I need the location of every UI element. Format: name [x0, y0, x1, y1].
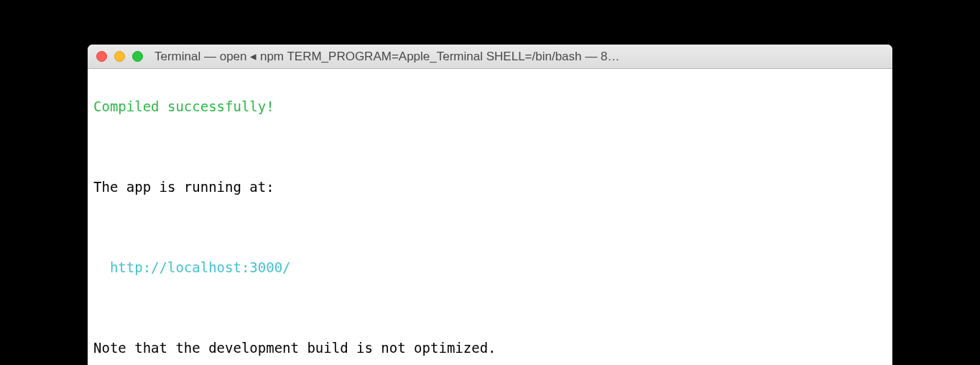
blank-line: [93, 137, 887, 157]
traffic-lights: [96, 51, 143, 62]
running-at-label: The app is running at:: [93, 177, 887, 197]
title-bar[interactable]: Terminal — open ◂ npm TERM_PROGRAM=Apple…: [88, 45, 892, 69]
blank-line: [93, 217, 887, 237]
terminal-output[interactable]: Compiled successfully! The app is runnin…: [88, 69, 892, 365]
minimize-button[interactable]: [114, 51, 125, 62]
close-button[interactable]: [96, 51, 107, 62]
zoom-button[interactable]: [132, 51, 143, 62]
compiled-status: Compiled successfully!: [93, 96, 887, 116]
terminal-window: Terminal — open ◂ npm TERM_PROGRAM=Apple…: [88, 45, 892, 365]
note-line: Note that the development build is not o…: [93, 338, 887, 358]
server-url: http://localhost:3000/: [93, 257, 887, 277]
blank-line: [93, 297, 887, 318]
window-title: Terminal — open ◂ npm TERM_PROGRAM=Apple…: [154, 49, 884, 64]
